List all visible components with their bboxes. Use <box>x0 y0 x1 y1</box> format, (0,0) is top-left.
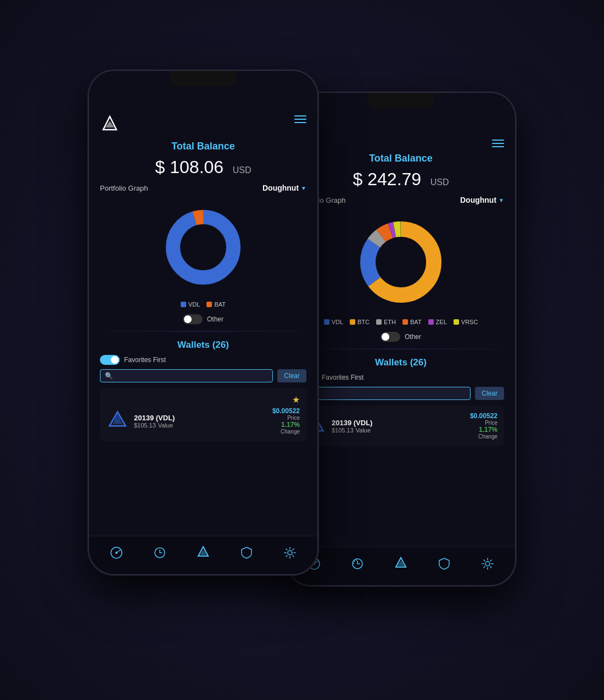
other-toggle-switch-back[interactable] <box>381 332 400 342</box>
doughnut-selector-front[interactable]: Doughnut ▼ <box>262 184 306 192</box>
wallet-change-front: 1.17% <box>272 421 300 429</box>
legend-item-vdl-front: VDL <box>181 301 200 308</box>
svg-point-6 <box>377 238 425 286</box>
search-input-wrap-front: 🔍 <box>100 369 273 382</box>
wallet-price-front: $0.00522 <box>272 407 300 415</box>
legend-item-bat-back: BAT <box>402 319 422 325</box>
clear-button-front[interactable]: Clear <box>277 369 306 382</box>
nav-settings-back[interactable] <box>480 557 495 571</box>
nav-vdl-back[interactable] <box>394 557 408 571</box>
legend-item-vdl-back: VDL <box>324 319 343 325</box>
nav-shield-front[interactable] <box>239 546 254 560</box>
favorites-label-back: Favorites First <box>322 374 363 381</box>
search-icon-front: 🔍 <box>105 372 113 380</box>
wallet-value-label-front: Value <box>158 422 173 429</box>
donut-chart-front <box>100 198 306 297</box>
settings-icon-front <box>283 546 297 560</box>
legend-item-zel-back: ZEL <box>428 319 447 325</box>
graph-header-back: Portfolio Graph Doughnut ▼ <box>298 196 504 204</box>
favorites-toggle-front[interactable] <box>100 355 120 365</box>
screen-front: Total Balance $ 108.06 USD Portfolio Gra… <box>89 71 317 574</box>
wallet-value-front: $105.13 <box>134 422 156 429</box>
legend-front: VDL BAT <box>89 297 317 312</box>
nav-dashboard-front[interactable] <box>109 546 124 560</box>
portfolio-label-front: Portfolio Graph <box>100 184 148 192</box>
wallets-section-front: Wallets (26) Favorites First 🔍 Clear <box>89 334 317 450</box>
legend-back: VDL BTC ETH BAT <box>287 314 515 330</box>
graph-header-front: Portfolio Graph Doughnut ▼ <box>100 184 306 192</box>
legend-item-vrsc-back: VRSC <box>454 319 478 325</box>
wallets-title-front: Wallets (26) <box>100 340 306 351</box>
wallet-value-back: $105.13 <box>332 427 354 434</box>
vdl-icon-back <box>394 557 408 571</box>
nav-history-front[interactable] <box>153 546 167 560</box>
wallet-card-front[interactable]: ★ 20139 (VDL) $105.13 <box>100 388 306 441</box>
doughnut-arrow-back: ▼ <box>499 197 504 203</box>
nav-vdl-front[interactable] <box>196 546 210 560</box>
balance-amount-front: $ 108.06 USD <box>100 154 306 178</box>
balance-label-back: Total Balance <box>298 153 504 164</box>
bottom-nav-back <box>287 547 515 585</box>
wallet-name-back: 20139 (VDL) <box>332 419 465 427</box>
balance-section-back: Total Balance $ 242.79 USD <box>287 153 515 196</box>
wallet-value-label-back: Value <box>356 427 371 434</box>
phone-back: Total Balance $ 242.79 USD Portfolio Gra… <box>286 92 516 586</box>
wallet-card-back[interactable]: 20139 (VDL) $105.13 Value $0.00522 Price… <box>298 405 504 446</box>
legend-item-eth-back: ETH <box>376 319 396 325</box>
search-row-front: 🔍 Clear <box>100 369 306 382</box>
nav-settings-front[interactable] <box>283 546 297 560</box>
wallet-price-info-back: $0.00522 Price 1.17% Change <box>470 412 497 440</box>
wallet-price-label-front: Price <box>272 415 300 421</box>
doughnut-label-front: Doughnut <box>262 184 299 192</box>
other-toggle-front: Other <box>89 312 317 329</box>
screen-back: Total Balance $ 242.79 USD Portfolio Gra… <box>287 93 515 585</box>
bottom-nav-front <box>89 536 317 574</box>
doughnut-arrow-front: ▼ <box>301 185 306 191</box>
svg-point-20 <box>181 225 225 269</box>
phone-front: Total Balance $ 108.06 USD Portfolio Gra… <box>88 70 318 575</box>
favorite-star-front[interactable]: ★ <box>292 395 300 405</box>
app-logo-front <box>100 115 120 135</box>
search-input-back[interactable] <box>314 390 466 397</box>
notch-back <box>368 93 434 108</box>
top-bar-front <box>89 96 317 141</box>
history-icon-back <box>350 557 365 571</box>
menu-button-front[interactable] <box>294 115 306 135</box>
nav-shield-back[interactable] <box>437 557 451 571</box>
doughnut-selector-back[interactable]: Doughnut ▼ <box>460 196 504 204</box>
wallet-change-back: 1.17% <box>470 426 497 434</box>
wallet-info-front: 20139 (VDL) $105.13 Value <box>134 414 267 429</box>
balance-amount-back: $ 242.79 USD <box>298 166 504 190</box>
graph-section-back: Portfolio Graph Doughnut ▼ <box>287 196 515 314</box>
clear-button-back[interactable]: Clear <box>475 387 504 400</box>
other-label-back: Other <box>405 333 421 341</box>
favorites-label-front: Favorites First <box>124 356 166 364</box>
other-toggle-switch-front[interactable] <box>183 314 203 324</box>
doughnut-label-back: Doughnut <box>460 196 496 204</box>
wallet-price-info-front: $0.00522 Price 1.17% Change <box>272 407 300 435</box>
vdl-icon-front <box>196 546 210 560</box>
wallet-price-label-back: Price <box>470 420 497 426</box>
balance-section-front: Total Balance $ 108.06 USD <box>89 141 317 184</box>
other-label-front: Other <box>207 315 223 323</box>
settings-icon-back <box>480 557 495 571</box>
favorites-row-back: Favorites First <box>298 373 504 382</box>
history-icon-front <box>153 546 167 560</box>
donut-chart-back <box>298 210 504 314</box>
graph-section-front: Portfolio Graph Doughnut ▼ <box>89 184 317 297</box>
nav-history-back[interactable] <box>350 557 365 571</box>
search-input-front[interactable] <box>116 372 268 380</box>
legend-item-btc-back: BTC <box>350 319 370 325</box>
balance-label-front: Total Balance <box>100 141 306 152</box>
top-bar-back <box>287 118 515 153</box>
shield-icon-front <box>239 546 254 560</box>
wallet-info-back: 20139 (VDL) $105.13 Value <box>332 419 465 434</box>
search-input-wrap-back: 🔍 <box>298 387 471 400</box>
favorites-row-front: Favorites First <box>100 355 306 365</box>
search-row-back: 🔍 Clear <box>298 387 504 400</box>
menu-button-back[interactable] <box>492 140 504 147</box>
wallets-title-back: Wallets (26) <box>298 357 504 368</box>
svg-point-29 <box>288 551 292 555</box>
legend-item-bat-front: BAT <box>206 301 226 308</box>
wallet-logo-front <box>107 410 128 432</box>
